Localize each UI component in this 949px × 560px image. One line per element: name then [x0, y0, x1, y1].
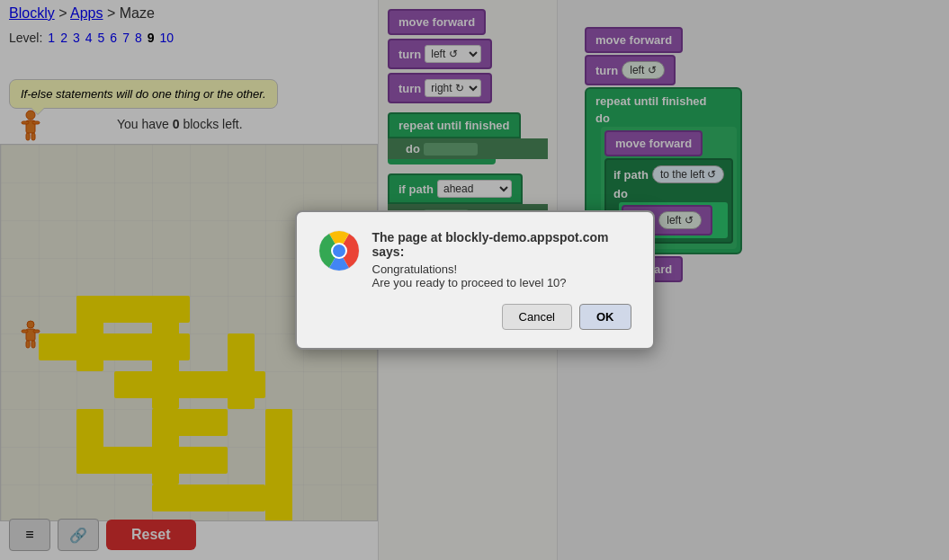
dialog-overlay: The page at blockly-demo.appspot.com say… — [0, 0, 949, 560]
dialog-line1: Congratulations! Are you ready to procee… — [372, 262, 631, 289]
dialog-box: The page at blockly-demo.appspot.com say… — [295, 210, 655, 350]
dialog-title: The page at blockly-demo.appspot.com say… — [372, 230, 631, 259]
cancel-button[interactable]: Cancel — [502, 304, 572, 330]
dialog-header: The page at blockly-demo.appspot.com say… — [318, 230, 631, 289]
ok-button[interactable]: OK — [579, 304, 631, 330]
svg-point-16 — [333, 244, 345, 257]
chrome-icon — [318, 230, 360, 271]
dialog-buttons: Cancel OK — [318, 304, 631, 330]
